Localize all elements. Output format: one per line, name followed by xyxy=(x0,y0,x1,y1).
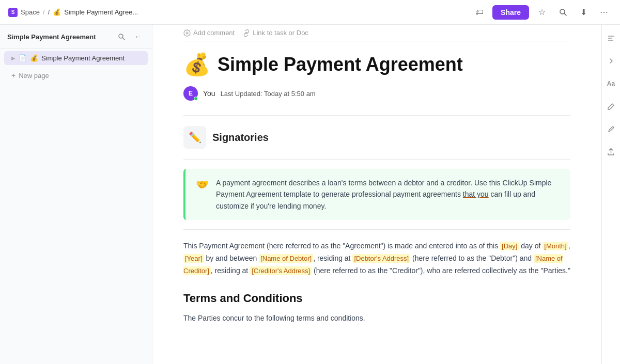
collapse-right-button[interactable] xyxy=(604,54,618,68)
signatories-section: ✏️ Signatories xyxy=(183,126,570,149)
sig-icon: ✏️ xyxy=(189,131,202,144)
breadcrumb: S Space / / 💰 Simple Payment Agree... xyxy=(8,8,138,17)
svg-line-1 xyxy=(564,13,566,15)
new-page-button[interactable]: + New page xyxy=(4,68,148,83)
page-emoji-crumb: 💰 xyxy=(53,8,61,16)
placeholder-month: [Month] xyxy=(542,242,568,250)
author-row: E You Last Updated: Today at 5:50 am xyxy=(183,86,570,101)
callout-emoji: 🤝 xyxy=(196,178,209,212)
doc-title-section: 💰 Simple Payment Agreement xyxy=(183,52,570,77)
divider-2 xyxy=(183,159,570,160)
outline-button[interactable] xyxy=(604,31,618,45)
sidebar: Simple Payment Agreement ← ▶ 📄 💰 Simple … xyxy=(0,25,152,364)
sidebar-header-icons: ← xyxy=(115,30,145,43)
doc-emoji: 💰 xyxy=(30,54,38,62)
placeholder-year: [Year] xyxy=(183,254,204,263)
callout-text: A payment agreement describes a loan's t… xyxy=(216,177,560,212)
placeholder-debtor-address: [Debtor's Address] xyxy=(352,254,410,263)
content-toolbar: Add comment Link to task or Doc xyxy=(183,25,570,41)
terms-heading: Terms and Conditions xyxy=(183,292,570,305)
divider-3 xyxy=(183,229,570,230)
last-updated: Last Updated: Today at 5:50 am xyxy=(221,90,316,98)
title-emoji: 💰 xyxy=(183,52,210,77)
link-task-button[interactable]: Link to task or Doc xyxy=(243,29,308,37)
more-button[interactable]: ⋯ xyxy=(596,5,612,20)
sidebar-collapse-button[interactable]: ← xyxy=(131,30,145,43)
pen-button[interactable] xyxy=(604,122,618,136)
sig-icon-box: ✏️ xyxy=(183,126,206,149)
placeholder-day: [Day] xyxy=(500,242,519,250)
agreement-paragraph: This Payment Agreement (here referred to… xyxy=(183,240,570,277)
sidebar-search-button[interactable] xyxy=(115,30,128,43)
terms-text: The Parties concur to the following term… xyxy=(183,312,570,325)
new-page-label: New page xyxy=(19,72,49,80)
author-name: You xyxy=(203,89,215,98)
breadcrumb-space[interactable]: Space xyxy=(21,8,40,16)
content-wrapper: Add comment Link to task or Doc 💰 Simple… xyxy=(152,25,620,364)
edit-button[interactable] xyxy=(604,99,618,114)
chevron-icon: ▶ xyxy=(11,55,16,61)
online-indicator xyxy=(194,97,198,101)
sidebar-item-doc[interactable]: ▶ 📄 💰 Simple Payment Agreement xyxy=(4,51,148,65)
divider-1 xyxy=(183,115,570,116)
search-button[interactable] xyxy=(555,5,570,20)
topbar: S Space / / 💰 Simple Payment Agree... 🏷 … xyxy=(0,0,620,25)
space-icon: S xyxy=(8,8,18,17)
page-title: Simple Payment Agreement xyxy=(218,54,463,75)
right-toolbar: Aa xyxy=(601,25,620,364)
add-comment-button[interactable]: Add comment xyxy=(183,29,235,37)
topbar-right: 🏷 Share ☆ ⬇ ⋯ xyxy=(472,5,612,20)
svg-line-3 xyxy=(122,38,125,40)
tag-button[interactable]: 🏷 xyxy=(472,5,487,20)
sidebar-title: Simple Payment Agreement xyxy=(7,33,96,41)
download-button[interactable]: ⬇ xyxy=(576,5,591,20)
link-task-label: Link to task or Doc xyxy=(253,29,308,37)
breadcrumb-sep: / xyxy=(43,8,45,16)
breadcrumb-slash: / xyxy=(48,8,50,16)
doc-icon: 📄 xyxy=(19,54,27,62)
plus-icon: + xyxy=(11,71,16,80)
avatar: E xyxy=(183,86,198,101)
main-content: Add comment Link to task or Doc 💰 Simple… xyxy=(152,25,601,364)
font-button[interactable]: Aa xyxy=(604,76,618,91)
sidebar-header: Simple Payment Agreement ← xyxy=(0,25,152,49)
placeholder-debtor-name: [Name of Debtor] xyxy=(259,254,313,263)
callout-box: 🤝 A payment agreement describes a loan's… xyxy=(183,169,570,220)
share-content-button[interactable] xyxy=(604,145,618,159)
placeholder-creditor-address: [Creditor's Address] xyxy=(250,266,312,275)
signatories-heading: Signatories xyxy=(212,132,269,144)
doc-label: Simple Payment Agreement xyxy=(41,54,125,62)
main-layout: Simple Payment Agreement ← ▶ 📄 💰 Simple … xyxy=(0,25,620,364)
star-button[interactable]: ☆ xyxy=(534,5,550,20)
share-button[interactable]: Share xyxy=(492,5,529,20)
page-title-crumb: Simple Payment Agree... xyxy=(64,8,138,16)
add-comment-label: Add comment xyxy=(193,29,235,37)
